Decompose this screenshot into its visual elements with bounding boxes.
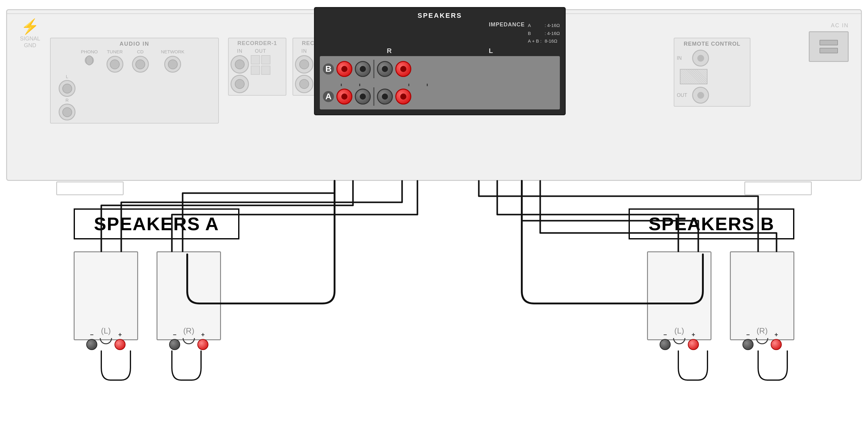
l-channel-label: L [489,47,493,55]
a-label: A [323,91,334,102]
sp-ar-minus-post: − [169,331,180,350]
rec2-in-bot [295,75,313,93]
sp-br-wire-hook [756,338,768,344]
signal-gnd-section: ⚡ SIGNAL GND [16,19,44,49]
a-r-plus [336,89,352,105]
impedance-title: IMPEDANCE [489,22,525,45]
remote-out-row: OUT [677,87,747,104]
impedance-labels: ABA + B : [528,22,542,45]
speaker-a-right: (R) − + [157,251,221,340]
speakers-panel-body: B [320,56,560,109]
sp-bl-plus-bp [688,339,699,350]
audio-in-title: AUDIO IN [53,41,216,47]
signal-gnd-icon: ⚡ [16,19,44,34]
a-l-plus [395,89,411,105]
remote-mesh [680,69,708,84]
sp-br-plus-bp [771,339,782,350]
amplifier-unit: ⚡ SIGNAL GND AUDIO IN PHONO TUNER CD NET… [6,9,862,181]
amplifier-foot-right [744,181,812,195]
sp-al-minus-bp [86,339,97,350]
sp-al-plus-symbol: + [118,331,122,338]
channel-tuner: TUNER [103,49,126,54]
rec2-in-label: IN [301,48,307,54]
sp-bl-minus-bp [660,339,671,350]
speakers-panel-title: SPEAKERS [320,12,560,20]
sp-ar-minus-bp [169,339,180,350]
rec1-in-top [230,55,249,74]
channel-cd: CD [129,49,152,54]
sp-bl-plus-symbol: + [691,331,695,338]
wire-loop-a-left [101,351,130,380]
remote-control-title: REMOTE CONTROL [677,41,747,47]
remote-in-label: IN [677,56,689,61]
sp-br-minus-post: − [742,331,753,350]
r-channel-label: R [387,47,392,55]
speaker-a-left-posts: − + [74,331,137,350]
b-divider [373,60,374,78]
speaker-a-left: (L) − + [74,251,138,340]
rl-labels: R L [320,47,560,55]
impedance-section: IMPEDANCE ABA + B : : 4-16Ω: 4-16Ω8-16Ω [320,22,560,45]
phono-l-label: L [66,74,68,79]
signal-gnd-label: SIGNAL GND [16,36,44,49]
remote-in-connector [692,50,709,67]
rec1-dot3 [251,66,260,75]
sp-ar-plus-symbol: + [201,331,205,338]
speaker-a-right-posts: − + [157,331,220,350]
rec1-dot1 [251,55,260,64]
sp-br-plus-symbol: + [774,331,778,338]
speakers-a-text: SPEAKERS A [94,214,219,234]
sp-br-minus-bp [742,339,753,350]
sp-bl-wire-hook [673,338,685,344]
phono-lr: L R [56,74,79,121]
b-label: B [323,64,334,74]
sp-al-plus-post: + [115,331,126,350]
impedance-values: : 4-16Ω: 4-16Ω8-16Ω [545,22,560,45]
remote-in-row: IN [677,50,747,67]
rec1-in-label: IN [237,48,243,54]
rec1-in-bot [230,75,249,93]
rec1-in: IN [230,48,249,93]
remote-out-connector [692,87,709,104]
rec1-out-label: OUT [255,48,267,54]
phono-connectors [78,56,101,73]
speaker-row-a: A [323,88,557,106]
sp-bl-minus-post: − [660,331,671,350]
cd-connectors [129,56,152,73]
recorder1-subsections: IN OUT [230,48,284,93]
phono-l-connector [85,56,94,65]
sp-al-plus-bp [115,339,126,350]
remote-control-section: REMOTE CONTROL IN OUT [674,38,750,107]
rec1-out: OUT [251,48,270,93]
sp-bl-minus-symbol: − [663,331,667,338]
sp-bl-plus-post: + [688,331,699,350]
rec1-out-dots [251,55,270,75]
a-l-minus [377,89,393,105]
diagram-container: ⚡ SIGNAL GND AUDIO IN PHONO TUNER CD NET… [0,0,868,446]
wire-loop-b-right [758,351,787,380]
tuner-connectors [103,56,126,73]
sp-ar-plus-post: + [197,331,208,350]
rec2-in-top [295,55,313,74]
rec2-in: IN [295,48,313,93]
phono-r-label: R [65,98,68,103]
audio-in-section: AUDIO IN PHONO TUNER CD NETWORK [50,38,219,124]
speaker-b-left-posts: − + [648,331,711,350]
speaker-row-b: B [323,60,557,78]
channel-phono: PHONO [78,49,101,54]
speakers-a-label-box: SPEAKERS A [74,208,239,239]
a-divider [373,88,374,106]
speakers-b-text: SPEAKERS B [649,214,774,234]
b-l-minus [377,61,393,77]
phono-lr-row: L R [56,74,216,121]
phono-l-rca [59,80,75,97]
speaker-b-right-posts: − + [731,331,794,350]
wire-loop-a-right [172,351,201,380]
ac-in-section: AC IN [787,22,849,62]
ac-socket [809,31,849,62]
recorder1-section: RECORDER-1 IN OUT [228,38,286,96]
panel-wires [323,81,557,86]
sp-al-minus-symbol: − [90,331,94,338]
sp-ar-plus-bp [197,339,208,350]
cd-connector [132,56,149,73]
